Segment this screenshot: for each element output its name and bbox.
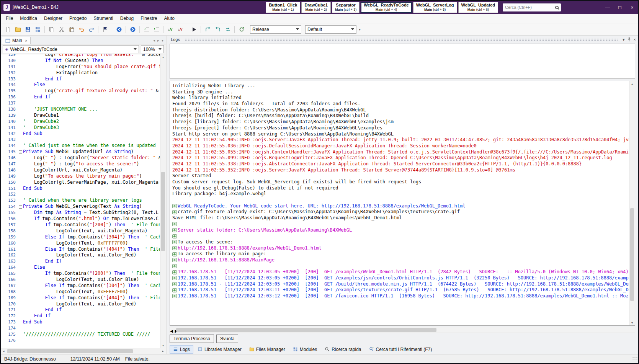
zoom-select[interactable]: 100%: [141, 45, 164, 53]
quick-button-webgl_serverlog[interactable]: WebGL_ServerLogMain (ctrl + 5): [413, 2, 457, 13]
fold-collapse-icon[interactable]: [18, 149, 23, 155]
code-editor[interactable]: 129 Log("crate.gif copy from assets: " &…: [1, 54, 166, 348]
copy-icon[interactable]: [47, 25, 56, 34]
redo-icon[interactable]: [87, 25, 96, 34]
menu-item-modifica[interactable]: Modifica: [16, 14, 41, 23]
log-entry-icon: [172, 288, 178, 292]
undo-icon[interactable]: [77, 25, 86, 34]
dock-menu-icon[interactable]: ▾: [623, 37, 625, 42]
tool-tab-files-manager[interactable]: Files Manager: [246, 345, 289, 354]
comment-icon[interactable]: [165, 25, 175, 34]
build-config-select[interactable]: Release: [250, 25, 301, 34]
uncomment-icon[interactable]: [175, 25, 185, 34]
tab-scroll-right-icon[interactable]: ▸: [157, 38, 159, 42]
tab-list-icon[interactable]: ▾: [162, 38, 163, 42]
clear-logs-button[interactable]: Svuota: [216, 335, 238, 343]
sync-icon[interactable]: [223, 25, 232, 34]
nav-back-icon[interactable]: [114, 25, 124, 34]
b4j-window: J jWebGL_Demo1 - B4J Button1_ClickMain (…: [0, 0, 639, 364]
code-line: 175'///////////////////////// TEXTURED C…: [1, 331, 160, 338]
new-file-icon[interactable]: [3, 25, 13, 34]
cut-icon[interactable]: [57, 25, 66, 34]
vscrollbar-thumb[interactable]: [161, 172, 165, 251]
scroll-left-icon[interactable]: ◂: [1, 348, 7, 354]
hscrollbar-thumb[interactable]: [176, 328, 436, 332]
menu-item-file[interactable]: File: [2, 14, 16, 23]
scroll-left-icon[interactable]: ◂: [170, 328, 173, 334]
vscrollbar-thumb[interactable]: [630, 208, 634, 301]
save-icon[interactable]: [23, 25, 33, 34]
menu-item-designer[interactable]: Designer: [41, 14, 66, 23]
scroll-down-icon[interactable]: ▾: [629, 320, 635, 325]
tool-tab-ricerca-rapida[interactable]: Ricerca rapida: [321, 345, 364, 354]
scroll-up-icon[interactable]: ▴: [629, 81, 635, 87]
module-select[interactable]: ◈ WebGL_ReadyToCode: [3, 45, 139, 53]
toolbar-overflow-icon[interactable]: ▾: [359, 27, 361, 31]
code-text: End If: [23, 313, 160, 319]
search-input[interactable]: [505, 5, 555, 10]
scroll-down-icon[interactable]: ▾: [160, 343, 166, 348]
fold-margin: [18, 234, 23, 240]
designer-grid-icon[interactable]: [33, 25, 42, 34]
scroll-up-icon[interactable]: ▴: [160, 54, 166, 60]
menu-item-progetto[interactable]: Progetto: [66, 14, 90, 23]
hscrollbar-thumb[interactable]: [7, 349, 133, 353]
maximize-button[interactable]: □: [614, 1, 626, 14]
terminate-process-button[interactable]: Termina Processo: [170, 335, 214, 343]
quick-button-webgl_updated[interactable]: WebGL_UpdatedMain (ctrl + 6): [458, 2, 498, 13]
editor-vscrollbar[interactable]: ▴ ▾: [160, 54, 166, 348]
indent-icon[interactable]: [142, 25, 151, 34]
logs-hscrollbar[interactable]: ◂ ▸: [170, 327, 635, 333]
quick-button-button1_click[interactable]: Button1_ClickMain (ctrl + 1): [266, 2, 300, 13]
code-text: Else: [23, 82, 160, 88]
line-number: 170: [1, 301, 18, 307]
fold-margin: [18, 119, 23, 125]
logs-output[interactable]: Initializing WebGL Library ...Starting 3…: [170, 81, 635, 326]
tool-tab-label: Logs: [180, 347, 190, 352]
quick-button-webgl_readytocode[interactable]: WebGL_ReadyToCodeMain (ctrl + 4): [361, 2, 412, 13]
dock-drag-handle[interactable]: [185, 38, 618, 41]
menu-item-strumenti[interactable]: Strumenti: [90, 14, 116, 23]
tool-tab-libraries-manager[interactable]: Libraries Manager: [194, 345, 245, 354]
code-line: 144' Called just one time when the scene…: [1, 143, 160, 149]
close-button[interactable]: ×: [626, 1, 638, 14]
title-search-box[interactable]: [503, 3, 561, 11]
nav-forward-icon[interactable]: [128, 25, 137, 34]
logs-vscrollbar[interactable]: ▴ ▾: [629, 81, 635, 325]
code-line: 142End Sub: [1, 131, 160, 137]
minimize-button[interactable]: —: [601, 1, 614, 14]
menu-item-finestre[interactable]: Finestre: [137, 14, 160, 23]
refresh-icon[interactable]: [237, 25, 246, 34]
quick-button-label: WebGL_ReadyToCode: [364, 3, 409, 8]
tab-close-icon[interactable]: ×: [25, 38, 27, 43]
editor-hscrollbar[interactable]: ◂ ▸: [1, 348, 166, 354]
run-icon[interactable]: [189, 25, 199, 34]
search-icon[interactable]: [555, 6, 559, 9]
outdent-icon[interactable]: [152, 25, 161, 34]
menu-item-debug[interactable]: Debug: [117, 14, 137, 23]
close-icon[interactable]: ×: [634, 37, 636, 42]
goto-back-icon[interactable]: [213, 25, 222, 34]
fold-margin: [18, 301, 23, 307]
tool-tab-logs[interactable]: Logs: [170, 345, 193, 354]
bookmark-icon[interactable]: [100, 25, 110, 34]
tool-tab-cerca-tutti-i-riferimenti-f7-[interactable]: Cerca tutti i Riferimenti (F7): [366, 345, 436, 354]
code-line: 160 LogColor(Text, 0xFFFF7F00): [1, 240, 160, 246]
goto-sub-icon[interactable]: [203, 25, 212, 34]
resize-grip[interactable]: [632, 356, 637, 362]
scroll-right-icon[interactable]: ▸: [160, 348, 166, 354]
fold-collapse-icon[interactable]: [18, 204, 23, 210]
tab-scroll-left-icon[interactable]: ◂: [153, 38, 155, 42]
tool-tab-modules[interactable]: Modules: [289, 345, 320, 354]
quick-button-separator[interactable]: SeparatorMain (ctrl + 3): [332, 2, 360, 13]
open-project-icon[interactable]: [13, 25, 23, 34]
toolbar-separator: [187, 26, 187, 33]
line-number: 147: [1, 161, 18, 167]
doc-tab-main[interactable]: Main ×: [2, 37, 31, 44]
quick-button-drawcube1[interactable]: DrawCube1Main (ctrl + 2): [301, 2, 331, 13]
paste-icon[interactable]: [67, 25, 76, 34]
pin-icon[interactable]: [627, 37, 631, 42]
menu-item-aiuto[interactable]: Aiuto: [161, 14, 178, 23]
zoom-value: 100%: [143, 47, 156, 52]
run-config-select[interactable]: Default: [305, 25, 356, 34]
